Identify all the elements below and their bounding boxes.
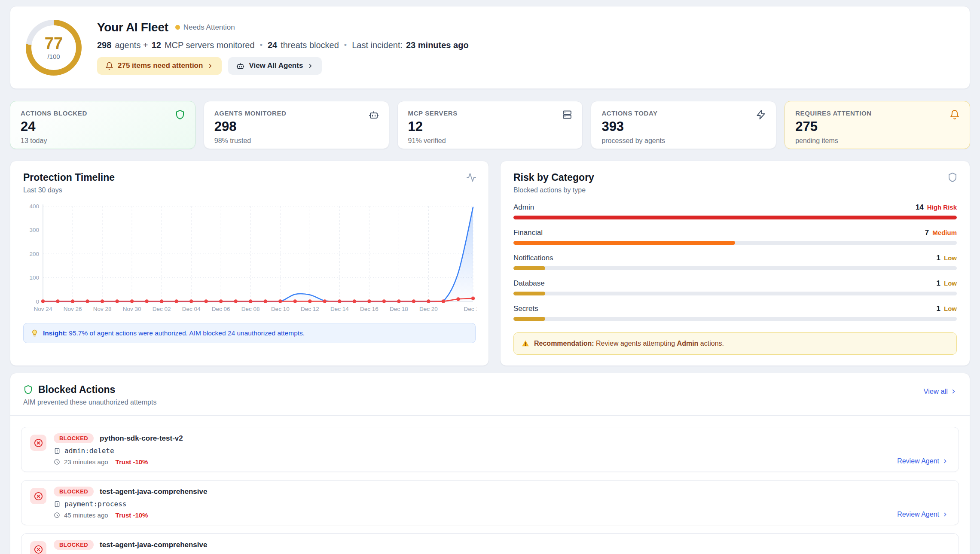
shield-icon: [23, 385, 33, 395]
trust-score-gauge: 77 /100: [26, 20, 82, 76]
risk-label: Database: [513, 279, 545, 288]
risk-bar-fill: [513, 266, 545, 270]
server-icon: [562, 110, 572, 120]
stat-label: ACTIONS TODAY: [601, 110, 766, 117]
stat-sub: 98% trusted: [214, 137, 379, 145]
stat-card-actions-blocked: ACTIONS BLOCKED 24 13 today: [10, 101, 195, 149]
timeline-title: Protection Timeline: [23, 172, 476, 183]
risk-level: Low: [944, 305, 957, 312]
risk-row-database: Database 1Low: [513, 279, 957, 295]
blocked-actions-title: Blocked Actions: [38, 384, 115, 396]
risk-bar-fill: [513, 292, 545, 295]
blocked-action-row: BLOCKED test-agent-java-comprehensive ad…: [21, 533, 959, 554]
risk-label: Admin: [513, 203, 534, 212]
svg-text:0: 0: [36, 298, 39, 305]
stat-label: ACTIONS BLOCKED: [21, 110, 185, 117]
clock-icon: [54, 459, 60, 465]
risk-bar-track: [513, 317, 957, 321]
svg-text:Dec 12: Dec 12: [301, 306, 319, 312]
circle-x-icon: [30, 488, 46, 504]
svg-text:Dec 14: Dec 14: [330, 306, 349, 312]
risk-bar-track: [513, 292, 957, 295]
bell-icon: [105, 62, 113, 70]
risk-bar-track: [513, 241, 957, 245]
risk-value: 1: [937, 304, 940, 313]
stat-card-requires-attention: REQUIRES ATTENTION 275 pending items: [785, 101, 970, 149]
risk-row-notifications: Notifications 1Low: [513, 254, 957, 270]
risk-by-category-panel: Risk by Category Blocked actions by type…: [500, 161, 970, 366]
review-agent-link[interactable]: Review Agent: [897, 457, 948, 465]
risk-value: 1: [937, 279, 940, 287]
svg-text:Dec 20: Dec 20: [419, 306, 438, 312]
trust-delta: Trust -10%: [116, 458, 148, 466]
lightbulb-icon: [31, 329, 39, 337]
risk-label: Financial: [513, 228, 543, 237]
svg-text:400: 400: [29, 203, 39, 210]
timeline-subtitle: Last 30 days: [23, 186, 476, 194]
blocked-badge: BLOCKED: [54, 433, 94, 443]
bell-icon: [949, 110, 960, 120]
risk-level: Low: [944, 254, 957, 262]
agent-name: python-sdk-core-test-v2: [100, 434, 183, 443]
chevron-right-icon: [207, 63, 214, 69]
stat-sub: 91% verified: [408, 137, 572, 145]
stat-card-agents-monitored: AGENTS MONITORED 298 98% trusted: [204, 101, 389, 149]
risk-rows: Admin 14High Risk Financial 7Medium Noti…: [513, 203, 957, 321]
chevron-right-icon: [307, 63, 314, 69]
svg-text:Nov 30: Nov 30: [123, 306, 141, 312]
svg-text:300: 300: [29, 227, 39, 233]
risk-label: Notifications: [513, 254, 553, 262]
insight-banner: Insight: 95.7% of agent actions were aut…: [23, 323, 476, 343]
risk-bar-fill: [513, 317, 545, 321]
page-title: Your AI Fleet: [97, 21, 168, 34]
agent-name: test-agent-java-comprehensive: [100, 487, 207, 496]
risk-level: Medium: [932, 229, 957, 236]
fleet-summary: 298agents + 12MCP servers monitored • 24…: [97, 40, 469, 50]
trust-score-max: /100: [47, 53, 60, 60]
risk-bar-fill: [513, 241, 735, 245]
stat-sub: pending items: [795, 137, 959, 145]
risk-level: Low: [944, 280, 957, 287]
status-label: Needs Attention: [183, 23, 235, 32]
protection-timeline-panel: Protection Timeline Last 30 days 0100200…: [10, 161, 489, 366]
warning-icon: [521, 339, 530, 348]
stat-label: MCP SERVERS: [408, 110, 572, 117]
circle-x-icon: [30, 541, 46, 554]
risk-title: Risk by Category: [513, 172, 957, 183]
svg-text:Dec 18: Dec 18: [390, 306, 408, 312]
view-all-agents-button[interactable]: View All Agents: [228, 57, 322, 75]
svg-text:Dec 06: Dec 06: [212, 306, 230, 312]
risk-row-secrets: Secrets 1Low: [513, 304, 957, 321]
view-all-link[interactable]: View all: [923, 387, 957, 396]
review-agent-link[interactable]: Review Agent: [897, 511, 948, 518]
svg-text:Dec 02: Dec 02: [153, 306, 171, 312]
stat-sub: processed by agents: [601, 137, 766, 145]
stat-card-actions-today: ACTIONS TODAY 393 processed by agents: [591, 101, 776, 149]
stat-label: REQUIRES ATTENTION: [795, 110, 959, 117]
trust-score-value: 77: [45, 35, 63, 52]
svg-text:Dec 04: Dec 04: [182, 306, 201, 312]
stat-value: 12: [408, 120, 572, 133]
items-need-attention-button[interactable]: 275 items need attention: [97, 57, 222, 75]
zap-icon: [756, 110, 766, 120]
svg-text:Nov 28: Nov 28: [93, 306, 112, 312]
status-dot-icon: [175, 25, 180, 30]
time-ago: 23 minutes ago: [64, 458, 108, 466]
risk-value: 14: [916, 203, 924, 211]
svg-text:Dec 10: Dec 10: [271, 306, 290, 312]
timeline-chart: 0100200300400Nov 24Nov 26Nov 28Nov 30Dec…: [23, 202, 476, 316]
bot-icon: [369, 110, 379, 120]
risk-bar-track: [513, 266, 957, 270]
stat-value: 393: [601, 120, 766, 133]
risk-row-financial: Financial 7Medium: [513, 228, 957, 245]
stat-card-mcp-servers: MCP SERVERS 12 91% verified: [397, 101, 583, 149]
blocked-badge: BLOCKED: [54, 540, 94, 550]
svg-text:Dec 16: Dec 16: [360, 306, 379, 312]
risk-value: 7: [925, 228, 929, 237]
stat-value: 298: [214, 120, 379, 133]
agent-name: test-agent-java-comprehensive: [100, 541, 207, 549]
clock-icon: [54, 512, 60, 518]
file-warning-icon: [54, 501, 61, 508]
risk-bar-fill: [513, 216, 957, 219]
shield-icon: [947, 172, 958, 183]
